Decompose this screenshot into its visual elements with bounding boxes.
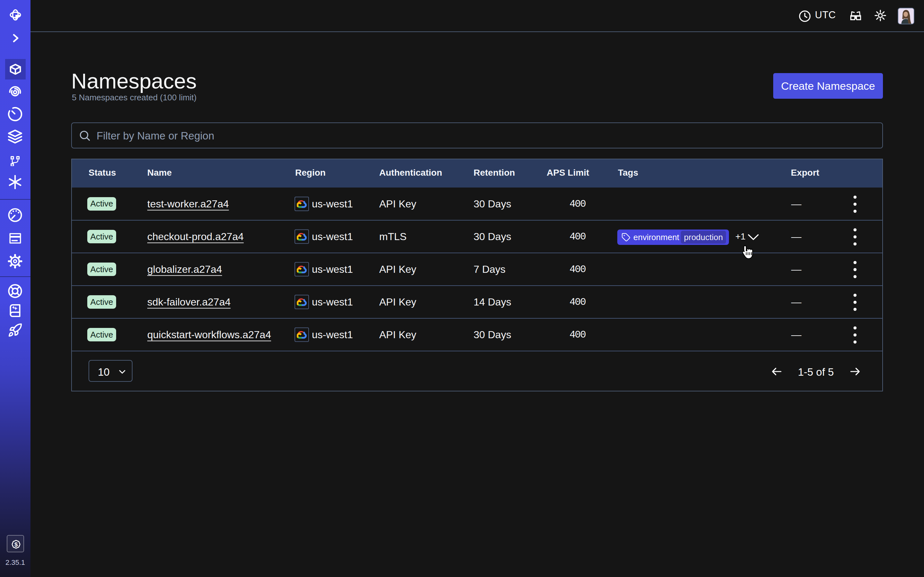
svg-text:$: $ [15,541,18,548]
